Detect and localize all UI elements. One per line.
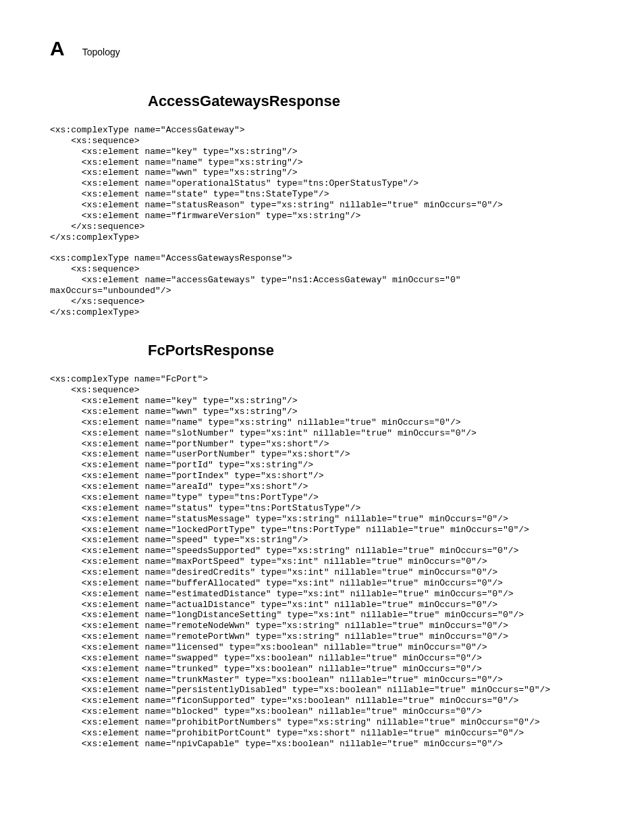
section-heading-access: AccessGatewaysResponse <box>148 93 594 110</box>
header-topic: Topology <box>82 47 120 57</box>
appendix-letter: A <box>50 37 65 60</box>
section-heading-fcports: FcPortsResponse <box>148 342 594 359</box>
page-header: A Topology <box>50 37 594 60</box>
document-page: A Topology AccessGatewaysResponse <xs:co… <box>0 0 644 834</box>
code-block-access: <xs:complexType name="AccessGateway"> <x… <box>50 125 594 317</box>
code-block-fcports: <xs:complexType name="FcPort"> <xs:seque… <box>50 374 594 749</box>
